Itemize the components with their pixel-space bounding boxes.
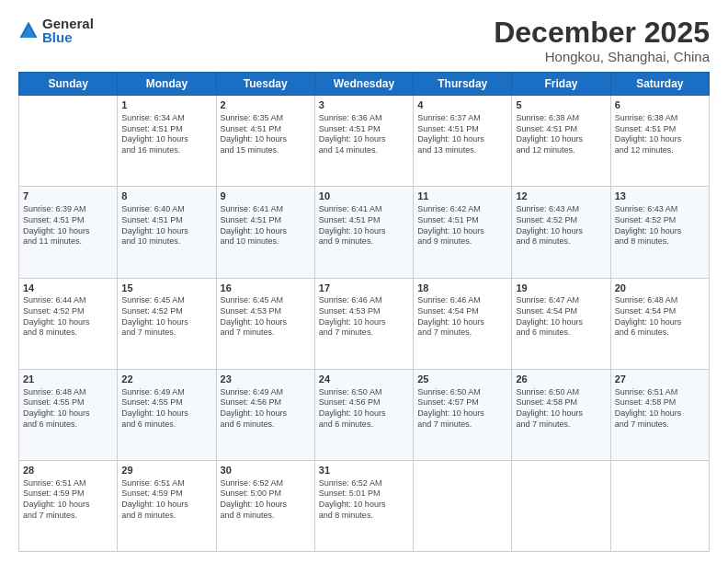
day-info: Sunrise: 6:36 AMSunset: 4:51 PMDaylight:… — [319, 113, 409, 156]
day-number: 14 — [23, 282, 113, 295]
day-cell: 10Sunrise: 6:41 AMSunset: 4:51 PMDayligh… — [314, 187, 413, 278]
day-info: Sunrise: 6:47 AMSunset: 4:54 PMDaylight:… — [516, 295, 606, 339]
day-number: 3 — [319, 98, 409, 112]
day-number: 9 — [221, 190, 311, 203]
calendar-table: SundayMondayTuesdayWednesdayThursdayFrid… — [18, 72, 710, 552]
day-number: 12 — [516, 190, 606, 203]
weekday-header-sunday: Sunday — [19, 73, 118, 96]
day-number: 30 — [221, 464, 311, 477]
day-info: Sunrise: 6:46 AMSunset: 4:54 PMDaylight:… — [417, 295, 507, 339]
day-number: 15 — [121, 282, 211, 295]
weekday-header-saturday: Saturday — [610, 73, 709, 96]
day-cell: 21Sunrise: 6:48 AMSunset: 4:55 PMDayligh… — [19, 369, 118, 460]
day-cell: 18Sunrise: 6:46 AMSunset: 4:54 PMDayligh… — [414, 278, 512, 369]
day-number: 18 — [417, 282, 507, 295]
day-number: 21 — [23, 373, 113, 386]
day-cell: 14Sunrise: 6:44 AMSunset: 4:52 PMDayligh… — [19, 278, 118, 369]
day-cell: 23Sunrise: 6:49 AMSunset: 4:56 PMDayligh… — [216, 369, 314, 460]
day-cell: 29Sunrise: 6:51 AMSunset: 4:59 PMDayligh… — [118, 460, 216, 551]
day-info: Sunrise: 6:49 AMSunset: 4:56 PMDaylight:… — [221, 387, 311, 431]
day-number: 4 — [417, 98, 507, 112]
week-row-5: 28Sunrise: 6:51 AMSunset: 4:59 PMDayligh… — [19, 460, 710, 551]
day-info: Sunrise: 6:50 AMSunset: 4:58 PMDaylight:… — [516, 387, 606, 431]
day-info: Sunrise: 6:43 AMSunset: 4:52 PMDaylight:… — [516, 204, 606, 247]
day-info: Sunrise: 6:37 AMSunset: 4:51 PMDaylight:… — [417, 113, 507, 156]
day-cell: 25Sunrise: 6:50 AMSunset: 4:57 PMDayligh… — [414, 369, 512, 460]
day-cell: 22Sunrise: 6:49 AMSunset: 4:55 PMDayligh… — [118, 369, 216, 460]
day-info: Sunrise: 6:40 AMSunset: 4:51 PMDaylight:… — [121, 204, 211, 247]
day-cell: 26Sunrise: 6:50 AMSunset: 4:58 PMDayligh… — [512, 369, 610, 460]
day-cell: 15Sunrise: 6:45 AMSunset: 4:52 PMDayligh… — [118, 278, 216, 369]
subtitle: Hongkou, Shanghai, China — [494, 49, 710, 64]
day-info: Sunrise: 6:45 AMSunset: 4:53 PMDaylight:… — [221, 295, 311, 339]
page: General Blue December 2025 Hongkou, Shan… — [0, 0, 728, 563]
day-cell — [414, 460, 512, 551]
day-info: Sunrise: 6:45 AMSunset: 4:52 PMDaylight:… — [121, 295, 211, 339]
day-info: Sunrise: 6:44 AMSunset: 4:52 PMDaylight:… — [23, 295, 113, 339]
day-number: 5 — [516, 98, 606, 112]
day-cell: 7Sunrise: 6:39 AMSunset: 4:51 PMDaylight… — [19, 187, 118, 278]
day-info: Sunrise: 6:51 AMSunset: 4:58 PMDaylight:… — [615, 387, 705, 431]
day-info: Sunrise: 6:46 AMSunset: 4:53 PMDaylight:… — [319, 295, 409, 339]
day-cell: 16Sunrise: 6:45 AMSunset: 4:53 PMDayligh… — [216, 278, 314, 369]
day-number: 27 — [615, 373, 705, 386]
day-cell — [610, 460, 709, 551]
day-number: 16 — [221, 282, 311, 295]
day-cell: 17Sunrise: 6:46 AMSunset: 4:53 PMDayligh… — [314, 278, 413, 369]
logo-icon — [18, 20, 39, 40]
weekday-header-tuesday: Tuesday — [216, 73, 314, 96]
day-number: 17 — [319, 282, 409, 295]
day-cell: 28Sunrise: 6:51 AMSunset: 4:59 PMDayligh… — [19, 460, 118, 551]
header: General Blue December 2025 Hongkou, Shan… — [18, 17, 710, 64]
day-number: 24 — [319, 373, 409, 386]
day-number: 25 — [417, 373, 507, 386]
day-number: 13 — [615, 190, 705, 203]
day-number: 10 — [319, 190, 409, 203]
day-info: Sunrise: 6:43 AMSunset: 4:52 PMDaylight:… — [615, 204, 705, 247]
logo-blue-text: Blue — [42, 30, 94, 44]
day-cell: 3Sunrise: 6:36 AMSunset: 4:51 PMDaylight… — [314, 96, 413, 187]
day-cell: 20Sunrise: 6:48 AMSunset: 4:54 PMDayligh… — [610, 278, 709, 369]
day-number: 23 — [221, 373, 311, 386]
day-number: 19 — [516, 282, 606, 295]
day-cell: 13Sunrise: 6:43 AMSunset: 4:52 PMDayligh… — [610, 187, 709, 278]
day-number: 1 — [121, 98, 211, 112]
day-cell: 19Sunrise: 6:47 AMSunset: 4:54 PMDayligh… — [512, 278, 610, 369]
day-cell: 8Sunrise: 6:40 AMSunset: 4:51 PMDaylight… — [118, 187, 216, 278]
day-info: Sunrise: 6:41 AMSunset: 4:51 PMDaylight:… — [221, 204, 311, 247]
week-row-3: 14Sunrise: 6:44 AMSunset: 4:52 PMDayligh… — [19, 278, 710, 369]
title-block: December 2025 Hongkou, Shanghai, China — [494, 17, 710, 64]
day-number: 22 — [121, 373, 211, 386]
day-info: Sunrise: 6:51 AMSunset: 4:59 PMDaylight:… — [121, 478, 211, 522]
day-number: 31 — [319, 464, 409, 477]
day-cell: 31Sunrise: 6:52 AMSunset: 5:01 PMDayligh… — [314, 460, 413, 551]
weekday-header-wednesday: Wednesday — [314, 73, 413, 96]
day-cell: 30Sunrise: 6:52 AMSunset: 5:00 PMDayligh… — [216, 460, 314, 551]
day-cell — [512, 460, 610, 551]
day-cell: 24Sunrise: 6:50 AMSunset: 4:56 PMDayligh… — [314, 369, 413, 460]
day-cell: 9Sunrise: 6:41 AMSunset: 4:51 PMDaylight… — [216, 187, 314, 278]
day-info: Sunrise: 6:50 AMSunset: 4:56 PMDaylight:… — [319, 387, 409, 431]
day-cell: 27Sunrise: 6:51 AMSunset: 4:58 PMDayligh… — [610, 369, 709, 460]
weekday-header-row: SundayMondayTuesdayWednesdayThursdayFrid… — [19, 73, 710, 96]
day-info: Sunrise: 6:39 AMSunset: 4:51 PMDaylight:… — [23, 204, 113, 247]
day-info: Sunrise: 6:38 AMSunset: 4:51 PMDaylight:… — [516, 113, 606, 156]
day-number: 11 — [417, 190, 507, 203]
week-row-4: 21Sunrise: 6:48 AMSunset: 4:55 PMDayligh… — [19, 369, 710, 460]
day-cell: 4Sunrise: 6:37 AMSunset: 4:51 PMDaylight… — [414, 96, 512, 187]
day-cell: 1Sunrise: 6:34 AMSunset: 4:51 PMDaylight… — [118, 96, 216, 187]
day-info: Sunrise: 6:48 AMSunset: 4:54 PMDaylight:… — [615, 295, 705, 339]
day-info: Sunrise: 6:42 AMSunset: 4:51 PMDaylight:… — [417, 204, 507, 247]
weekday-header-friday: Friday — [512, 73, 610, 96]
day-info: Sunrise: 6:49 AMSunset: 4:55 PMDaylight:… — [121, 387, 211, 431]
day-cell: 12Sunrise: 6:43 AMSunset: 4:52 PMDayligh… — [512, 187, 610, 278]
logo-text: General Blue — [42, 17, 94, 44]
week-row-2: 7Sunrise: 6:39 AMSunset: 4:51 PMDaylight… — [19, 187, 710, 278]
day-cell: 6Sunrise: 6:38 AMSunset: 4:51 PMDaylight… — [610, 96, 709, 187]
logo: General Blue — [18, 17, 94, 44]
day-cell: 2Sunrise: 6:35 AMSunset: 4:51 PMDaylight… — [216, 96, 314, 187]
day-info: Sunrise: 6:52 AMSunset: 5:01 PMDaylight:… — [319, 478, 409, 522]
weekday-header-thursday: Thursday — [414, 73, 512, 96]
weekday-header-monday: Monday — [118, 73, 216, 96]
day-number: 7 — [23, 190, 113, 203]
